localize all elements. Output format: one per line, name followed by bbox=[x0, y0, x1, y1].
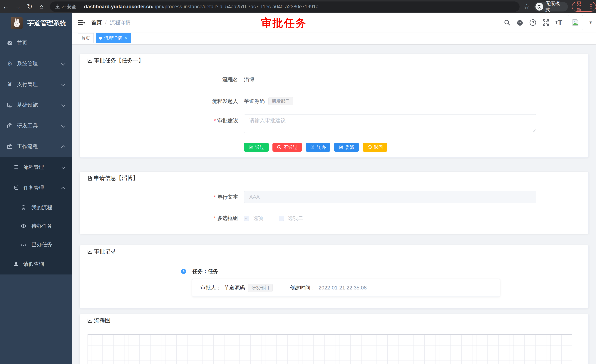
resize-grip-icon[interactable] bbox=[533, 129, 536, 132]
caret-down-icon[interactable]: ▼ bbox=[589, 20, 593, 25]
dept-tag: 研发部门 bbox=[248, 284, 273, 292]
sidebar-item-process-mgmt[interactable]: 流程管理 bbox=[0, 157, 72, 178]
form-row-checkbox-group: *多选框组 ✓ 选项一 选项二 bbox=[80, 212, 589, 224]
sidebar-item-workflow[interactable]: 工作流程 bbox=[0, 136, 72, 157]
active-dot bbox=[99, 37, 102, 40]
card-header: 审批记录 bbox=[80, 245, 589, 258]
chevron-down-icon bbox=[61, 82, 66, 86]
eye-icon bbox=[20, 223, 27, 229]
picture-icon bbox=[87, 58, 93, 63]
sidebar-item-infra[interactable]: 基础设施 bbox=[0, 95, 72, 116]
sidebar-item-done-tasks[interactable]: 已办任务 bbox=[0, 235, 72, 254]
card-title: 申请信息【滔博】 bbox=[94, 175, 138, 182]
sidebar-item-payment[interactable]: ¥ 支付管理 bbox=[0, 74, 72, 95]
security-label: 不安全 bbox=[62, 4, 76, 10]
page: ← → ↻ ⌂ 不安全 dashboard.yudao.iocoder.cn/b… bbox=[0, 0, 596, 364]
approve-button[interactable]: 通过 bbox=[244, 143, 269, 152]
sidebar-item-label: 已办任务 bbox=[31, 241, 52, 248]
user-icon bbox=[13, 261, 19, 267]
home-icon[interactable]: ⌂ bbox=[36, 3, 47, 11]
sidebar-item-label: 我的流程 bbox=[31, 204, 52, 211]
card-title: 流程图 bbox=[94, 317, 111, 324]
update-label: 更新 bbox=[576, 0, 586, 13]
form-row-initiator: 流程发起人 芋道源码 研发部门 bbox=[80, 95, 589, 107]
sidebar-item-system[interactable]: ⚙ 系统管理 bbox=[0, 53, 72, 74]
edit-icon bbox=[339, 145, 343, 150]
tab-label: 首页 bbox=[81, 35, 90, 41]
button-label: 通过 bbox=[255, 144, 264, 150]
document-icon bbox=[87, 175, 93, 181]
form-row-process-name: 流程名 滔博 bbox=[80, 73, 589, 86]
app-logo-row[interactable]: 芋道管理系统 bbox=[0, 13, 72, 33]
sidebar-item-todo-tasks[interactable]: 待办任务 bbox=[0, 217, 72, 235]
kebab-menu-icon[interactable] bbox=[589, 3, 593, 10]
url-path: /bpm/process-instance/detail?id=54aa251f… bbox=[152, 4, 319, 9]
sidebar-item-task-mgmt[interactable]: 任务管理 bbox=[0, 178, 72, 198]
avatar[interactable] bbox=[568, 15, 583, 30]
tab-process-detail[interactable]: 流程详情 × bbox=[96, 33, 131, 43]
delegate-button[interactable]: 委派 bbox=[334, 143, 359, 152]
help-icon[interactable] bbox=[529, 19, 536, 26]
dashboard-icon bbox=[7, 40, 13, 46]
main-area: 首页 / 流程详情 审批任务 TT bbox=[72, 13, 596, 364]
tree-icon bbox=[13, 185, 19, 191]
transfer-button[interactable]: 转办 bbox=[305, 143, 330, 152]
button-label: 退回 bbox=[374, 144, 383, 150]
font-size-icon[interactable]: TT bbox=[555, 19, 562, 26]
reload-icon[interactable]: ↻ bbox=[24, 3, 36, 11]
page-content: 审批任务【任务一】 流程名 滔博 流程发起人 芋道源码 研发部门 *审批建议 bbox=[72, 44, 596, 364]
eye-closed-icon bbox=[20, 241, 27, 248]
sidebar-item-home[interactable]: 首页 bbox=[0, 33, 72, 53]
forward-icon[interactable]: → bbox=[12, 3, 24, 11]
approval-task-card: 审批任务【任务一】 流程名 滔博 流程发起人 芋道源码 研发部门 *审批建议 bbox=[80, 54, 589, 158]
card-header: 流程图 bbox=[80, 314, 589, 327]
button-label: 转办 bbox=[317, 144, 326, 150]
address-bar[interactable]: 不安全 dashboard.yudao.iocoder.cn/bpm/proce… bbox=[50, 1, 520, 12]
github-icon[interactable] bbox=[516, 19, 524, 26]
flow-chart-card: 流程图 bbox=[80, 314, 589, 364]
sidebar-item-label: 系统管理 bbox=[17, 60, 38, 67]
warning-icon bbox=[55, 4, 60, 9]
input-value: AAA bbox=[249, 194, 260, 200]
checkbox-option-1: ✓ 选项一 bbox=[244, 215, 268, 222]
navbar-actions: TT ▼ bbox=[504, 13, 593, 32]
tab-home[interactable]: 首页 bbox=[78, 33, 94, 43]
hamburger-icon[interactable] bbox=[78, 19, 85, 26]
close-icon[interactable]: × bbox=[125, 36, 127, 40]
sidebar-item-my-process[interactable]: 我的流程 bbox=[0, 198, 72, 217]
sidebar-item-leave-query[interactable]: 请假查询 bbox=[0, 254, 72, 275]
circle-close-icon bbox=[277, 145, 282, 150]
chevron-down-icon bbox=[61, 165, 66, 169]
field-label: *审批建议 bbox=[80, 114, 238, 124]
breadcrumb-home[interactable]: 首页 bbox=[91, 19, 102, 26]
suggestion-textarea[interactable]: 请输入审批建议 bbox=[244, 114, 536, 133]
fullscreen-icon[interactable] bbox=[542, 19, 550, 26]
checkbox-label: 选项二 bbox=[288, 215, 303, 222]
chevron-down-icon bbox=[61, 61, 66, 66]
bpmn-canvas[interactable] bbox=[88, 335, 572, 364]
back-icon[interactable]: ← bbox=[0, 3, 12, 11]
tab-label: 流程详情 bbox=[104, 35, 122, 41]
reject-button[interactable]: 不通过 bbox=[272, 143, 302, 152]
initiator-name: 芋道源码 bbox=[244, 98, 265, 105]
field-label: *多选框组 bbox=[80, 215, 238, 222]
field-label: *单行文本 bbox=[80, 193, 238, 201]
sidebar: 芋道管理系统 首页 ⚙ 系统管理 ¥ 支付管理 基础设施 bbox=[0, 13, 72, 364]
sidebar-item-label: 请假查询 bbox=[23, 261, 44, 268]
site-security[interactable]: 不安全 bbox=[55, 4, 76, 10]
incognito-label: 无痕模式 bbox=[545, 0, 565, 13]
return-button[interactable]: 退回 bbox=[363, 143, 387, 152]
sidebar-item-devtools[interactable]: 研发工具 bbox=[0, 116, 72, 136]
browser-toolbar: ← → ↻ ⌂ 不安全 dashboard.yudao.iocoder.cn/b… bbox=[0, 0, 596, 13]
checkbox-unchecked-icon bbox=[279, 216, 284, 221]
edit-icon bbox=[248, 145, 253, 150]
search-icon[interactable] bbox=[504, 19, 511, 26]
sidebar-item-label: 首页 bbox=[17, 39, 27, 46]
app-logo bbox=[11, 17, 22, 29]
bookmark-star-icon[interactable]: ☆ bbox=[524, 3, 529, 11]
apply-info-card: 申请信息【滔博】 *单行文本 AAA *多选框组 ✓ 选项一 bbox=[80, 172, 589, 234]
sidebar-item-label: 研发工具 bbox=[17, 122, 38, 129]
sidebar-item-label: 基础设施 bbox=[17, 102, 38, 109]
update-button[interactable]: 更新 bbox=[572, 2, 596, 12]
url-domain: dashboard.yudao.iocoder.cn bbox=[84, 4, 152, 9]
